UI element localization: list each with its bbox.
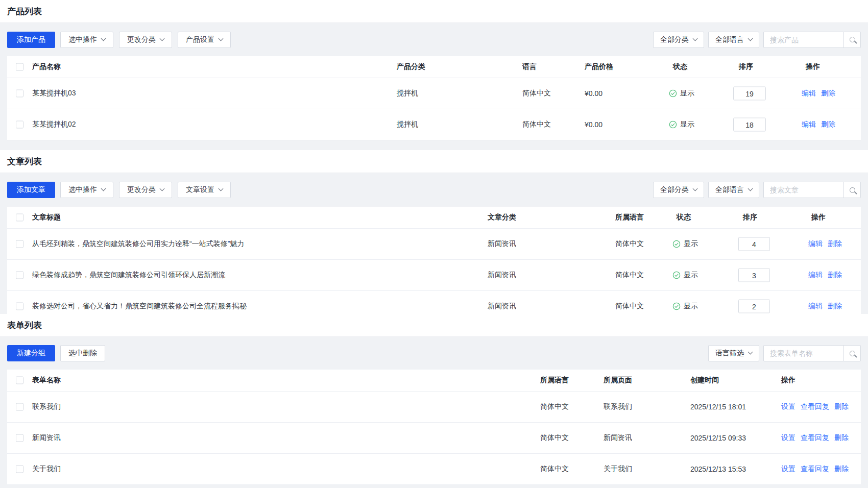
product-settings-dropdown[interactable]: 产品设置 bbox=[178, 32, 231, 48]
delete-link[interactable]: 删除 bbox=[828, 302, 842, 311]
chevron-down-icon bbox=[101, 186, 106, 191]
forms-search bbox=[763, 345, 861, 361]
edit-link[interactable]: 编辑 bbox=[808, 302, 823, 311]
chevron-down-icon bbox=[748, 36, 753, 41]
select-all-checkbox[interactable] bbox=[16, 63, 23, 71]
products-table-header: 产品名称 产品分类 语言 产品价格 状态 排序 操作 bbox=[7, 56, 861, 78]
select-all-checkbox[interactable] bbox=[16, 377, 23, 384]
forms-search-input[interactable] bbox=[763, 345, 844, 361]
article-settings-label: 文章设置 bbox=[186, 185, 214, 194]
articles-table-clip: 文章标题 文章分类 所属语言 状态 排序 操作 从毛坯到精装，鼎筑空间建筑装修公… bbox=[0, 207, 868, 314]
form-language: 简体中文 bbox=[540, 402, 569, 411]
edit-link[interactable]: 编辑 bbox=[808, 271, 823, 280]
row-actions: 设置 查看回复 删除 bbox=[781, 465, 849, 474]
chevron-down-icon bbox=[101, 36, 106, 41]
view-replies-link[interactable]: 查看回复 bbox=[801, 402, 829, 411]
forms-section-title: 表单列表 bbox=[7, 320, 42, 331]
sort-input[interactable] bbox=[733, 118, 766, 132]
status-badge: 显示 bbox=[669, 120, 694, 129]
product-name: 某某搅拌机03 bbox=[32, 89, 76, 98]
edit-link[interactable]: 编辑 bbox=[802, 89, 816, 98]
row-checkbox[interactable] bbox=[16, 121, 23, 129]
articles-search-button[interactable] bbox=[843, 182, 861, 198]
chevron-down-icon bbox=[748, 350, 753, 355]
articles-search bbox=[763, 182, 861, 198]
column-header: 操作 bbox=[781, 376, 795, 385]
products-section-title: 产品列表 bbox=[7, 6, 42, 17]
edit-link[interactable]: 编辑 bbox=[808, 239, 823, 249]
forms-language-filter[interactable]: 语言筛选 bbox=[708, 345, 759, 361]
products-change-category-dropdown[interactable]: 更改分类 bbox=[119, 32, 172, 48]
column-header: 产品价格 bbox=[585, 62, 613, 71]
article-title: 装修选对公司，省心又省力！鼎筑空间建筑装修公司全流程服务揭秘 bbox=[32, 302, 247, 311]
view-replies-link[interactable]: 查看回复 bbox=[801, 433, 829, 443]
articles-change-category-dropdown[interactable]: 更改分类 bbox=[119, 182, 172, 198]
product-language: 简体中文 bbox=[522, 89, 551, 98]
delete-link[interactable]: 删除 bbox=[834, 402, 849, 411]
products-search-button[interactable] bbox=[843, 32, 861, 48]
settings-link[interactable]: 设置 bbox=[781, 402, 795, 411]
sort-input[interactable] bbox=[733, 87, 766, 101]
new-group-button[interactable]: 新建分组 bbox=[7, 345, 55, 361]
products-selected-action-dropdown[interactable]: 选中操作 bbox=[60, 32, 113, 48]
delete-selected-button[interactable]: 选中删除 bbox=[60, 345, 105, 361]
article-title: 绿色装修成趋势，鼎筑空间建筑装修公司引领环保人居新潮流 bbox=[32, 271, 225, 280]
products-category-filter[interactable]: 全部分类 bbox=[653, 32, 704, 48]
sort-input[interactable] bbox=[738, 300, 770, 313]
form-page: 联系我们 bbox=[604, 402, 632, 411]
row-checkbox[interactable] bbox=[16, 466, 23, 473]
delete-link[interactable]: 删除 bbox=[821, 120, 835, 129]
row-checkbox[interactable] bbox=[16, 303, 23, 310]
view-replies-link[interactable]: 查看回复 bbox=[801, 465, 829, 474]
chevron-down-icon bbox=[693, 36, 698, 41]
delete-link[interactable]: 删除 bbox=[821, 89, 835, 98]
sort-input[interactable] bbox=[738, 237, 770, 251]
status-badge: 显示 bbox=[672, 271, 698, 280]
delete-link[interactable]: 删除 bbox=[834, 433, 849, 443]
table-row: 从毛坯到精装，鼎筑空间建筑装修公司用实力诠释“一站式装修”魅力 新闻资讯 简体中… bbox=[7, 229, 861, 260]
delete-link[interactable]: 删除 bbox=[828, 271, 842, 280]
status-badge: 显示 bbox=[672, 302, 698, 311]
category-filter-label: 全部分类 bbox=[660, 35, 689, 44]
products-language-filter[interactable]: 全部语言 bbox=[708, 32, 759, 48]
delete-link[interactable]: 删除 bbox=[828, 239, 842, 249]
articles-title-strip: 文章列表 bbox=[0, 150, 868, 173]
product-settings-label: 产品设置 bbox=[186, 35, 214, 44]
column-header: 产品名称 bbox=[32, 62, 61, 71]
articles-category-filter[interactable]: 全部分类 bbox=[653, 182, 704, 198]
articles-search-input[interactable] bbox=[763, 182, 844, 198]
row-checkbox[interactable] bbox=[16, 240, 23, 248]
row-checkbox[interactable] bbox=[16, 90, 23, 97]
product-category: 搅拌机 bbox=[397, 89, 418, 98]
settings-link[interactable]: 设置 bbox=[781, 433, 795, 443]
row-checkbox[interactable] bbox=[16, 403, 23, 411]
article-settings-dropdown[interactable]: 文章设置 bbox=[178, 182, 231, 198]
table-row: 装修选对公司，省心又省力！鼎筑空间建筑装修公司全流程服务揭秘 新闻资讯 简体中文… bbox=[7, 291, 861, 314]
chevron-down-icon bbox=[693, 186, 698, 191]
row-actions: 编辑 删除 bbox=[802, 120, 835, 129]
status-label: 显示 bbox=[684, 271, 698, 280]
status-shown-icon bbox=[672, 271, 681, 279]
article-category: 新闻资讯 bbox=[488, 271, 516, 280]
forms-search-button[interactable] bbox=[843, 345, 861, 361]
form-created-time: 2025/12/15 09:33 bbox=[690, 434, 746, 442]
delete-link[interactable]: 删除 bbox=[834, 465, 849, 474]
articles-selected-action-dropdown[interactable]: 选中操作 bbox=[60, 182, 113, 198]
column-header: 表单名称 bbox=[32, 376, 61, 385]
edit-link[interactable]: 编辑 bbox=[802, 120, 816, 129]
sort-input[interactable] bbox=[738, 269, 770, 282]
products-search-input[interactable] bbox=[763, 32, 844, 48]
add-product-button[interactable]: 添加产品 bbox=[7, 32, 55, 48]
row-checkbox[interactable] bbox=[16, 272, 23, 279]
forms-toolbar-filters: 语言筛选 bbox=[704, 345, 861, 361]
forms-toolbar: 新建分组 选中删除 语言筛选 bbox=[0, 337, 868, 370]
products-title-strip: 产品列表 bbox=[0, 0, 868, 23]
chevron-down-icon bbox=[160, 186, 165, 191]
column-header: 文章标题 bbox=[32, 213, 61, 222]
settings-link[interactable]: 设置 bbox=[781, 465, 795, 474]
row-checkbox[interactable] bbox=[16, 434, 23, 442]
add-article-button[interactable]: 添加文章 bbox=[7, 182, 55, 198]
column-header: 所属语言 bbox=[615, 213, 644, 222]
select-all-checkbox[interactable] bbox=[16, 214, 23, 222]
articles-language-filter[interactable]: 全部语言 bbox=[708, 182, 759, 198]
